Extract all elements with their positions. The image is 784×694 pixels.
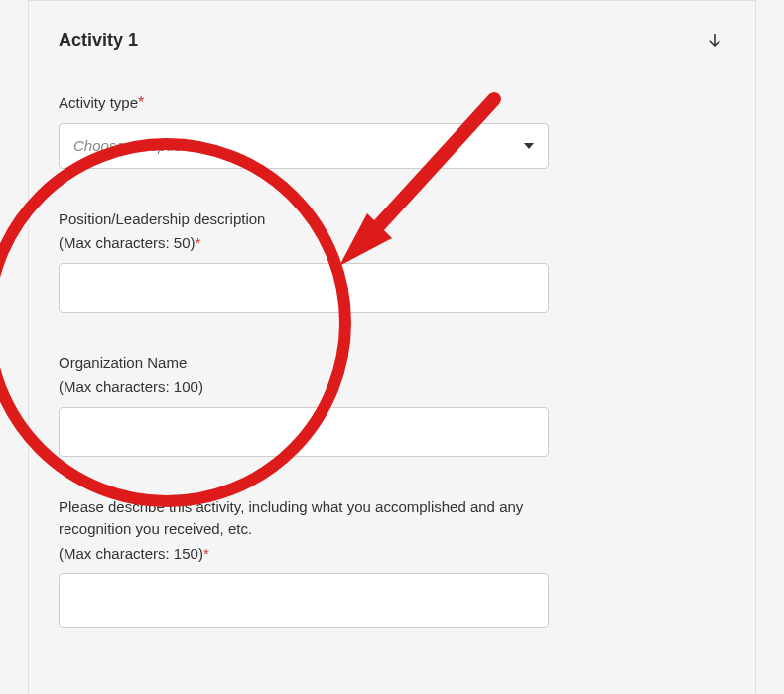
activity-type-group: Activity type* Choose an option [59,92,725,169]
organization-sublabel: (Max characters: 100) [59,376,725,399]
activity-card: Activity 1 Activity type* Choose an opti… [28,0,756,694]
required-asterisk: * [138,94,144,111]
description-label: Please describe this activity, including… [59,496,575,541]
required-asterisk: * [196,234,201,251]
position-label: Position/Leadership description [59,208,725,231]
activity-type-label-block: Activity type* [59,92,725,115]
arrow-down-icon [706,31,723,49]
activity-type-label: Activity type [59,94,138,111]
move-down-button[interactable] [704,29,725,51]
description-input[interactable] [59,573,549,628]
position-sublabel: (Max characters: 50)* [59,232,725,255]
organization-label: Organization Name [59,352,725,375]
section-title: Activity 1 [59,30,138,51]
organization-group: Organization Name (Max characters: 100) [59,352,725,457]
position-max-chars: (Max characters: 50) [59,234,196,251]
description-sublabel: (Max characters: 150)* [59,543,725,566]
activity-type-select[interactable]: Choose an option [59,123,549,169]
outer-container: Activity 1 Activity type* Choose an opti… [0,0,784,694]
organization-input[interactable] [59,407,549,457]
position-group: Position/Leadership description (Max cha… [59,208,725,313]
activity-type-placeholder: Choose an option [73,137,191,154]
required-asterisk: * [203,545,209,562]
caret-down-icon [524,143,534,149]
description-label-block: Please describe this activity, including… [59,496,725,566]
position-label-block: Position/Leadership description (Max cha… [59,208,725,255]
description-max-chars: (Max characters: 150) [59,545,203,562]
card-header: Activity 1 [59,29,725,51]
organization-label-block: Organization Name (Max characters: 100) [59,352,725,399]
description-group: Please describe this activity, including… [59,496,725,633]
position-input[interactable] [59,263,549,313]
